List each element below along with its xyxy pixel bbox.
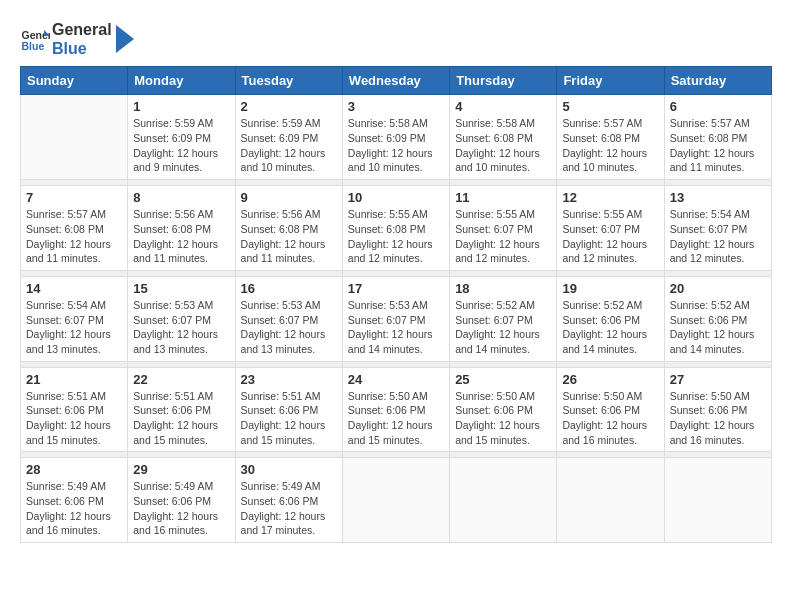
- calendar-cell: 21Sunrise: 5:51 AM Sunset: 6:06 PM Dayli…: [21, 367, 128, 452]
- calendar-cell: 25Sunrise: 5:50 AM Sunset: 6:06 PM Dayli…: [450, 367, 557, 452]
- calendar-week-row: 14Sunrise: 5:54 AM Sunset: 6:07 PM Dayli…: [21, 276, 772, 361]
- day-number: 13: [670, 190, 766, 205]
- day-info: Sunrise: 5:52 AM Sunset: 6:06 PM Dayligh…: [562, 298, 658, 357]
- day-number: 19: [562, 281, 658, 296]
- calendar-cell: 13Sunrise: 5:54 AM Sunset: 6:07 PM Dayli…: [664, 186, 771, 271]
- day-info: Sunrise: 5:55 AM Sunset: 6:08 PM Dayligh…: [348, 207, 444, 266]
- calendar-cell: 5Sunrise: 5:57 AM Sunset: 6:08 PM Daylig…: [557, 95, 664, 180]
- calendar-cell: 18Sunrise: 5:52 AM Sunset: 6:07 PM Dayli…: [450, 276, 557, 361]
- calendar-cell: 27Sunrise: 5:50 AM Sunset: 6:06 PM Dayli…: [664, 367, 771, 452]
- day-number: 12: [562, 190, 658, 205]
- calendar-cell: 3Sunrise: 5:58 AM Sunset: 6:09 PM Daylig…: [342, 95, 449, 180]
- calendar-cell: 8Sunrise: 5:56 AM Sunset: 6:08 PM Daylig…: [128, 186, 235, 271]
- day-info: Sunrise: 5:52 AM Sunset: 6:06 PM Dayligh…: [670, 298, 766, 357]
- calendar-table: SundayMondayTuesdayWednesdayThursdayFrid…: [20, 66, 772, 543]
- day-number: 25: [455, 372, 551, 387]
- day-info: Sunrise: 5:58 AM Sunset: 6:09 PM Dayligh…: [348, 116, 444, 175]
- day-number: 2: [241, 99, 337, 114]
- calendar-cell: 12Sunrise: 5:55 AM Sunset: 6:07 PM Dayli…: [557, 186, 664, 271]
- day-info: Sunrise: 5:57 AM Sunset: 6:08 PM Dayligh…: [670, 116, 766, 175]
- day-number: 29: [133, 462, 229, 477]
- day-info: Sunrise: 5:58 AM Sunset: 6:08 PM Dayligh…: [455, 116, 551, 175]
- day-number: 17: [348, 281, 444, 296]
- calendar-cell: 7Sunrise: 5:57 AM Sunset: 6:08 PM Daylig…: [21, 186, 128, 271]
- svg-text:Blue: Blue: [22, 40, 45, 52]
- calendar-cell: 23Sunrise: 5:51 AM Sunset: 6:06 PM Dayli…: [235, 367, 342, 452]
- day-info: Sunrise: 5:54 AM Sunset: 6:07 PM Dayligh…: [26, 298, 122, 357]
- day-info: Sunrise: 5:51 AM Sunset: 6:06 PM Dayligh…: [133, 389, 229, 448]
- weekday-header-thursday: Thursday: [450, 67, 557, 95]
- calendar-cell: 10Sunrise: 5:55 AM Sunset: 6:08 PM Dayli…: [342, 186, 449, 271]
- day-number: 18: [455, 281, 551, 296]
- day-info: Sunrise: 5:54 AM Sunset: 6:07 PM Dayligh…: [670, 207, 766, 266]
- weekday-header-tuesday: Tuesday: [235, 67, 342, 95]
- calendar-cell: 9Sunrise: 5:56 AM Sunset: 6:08 PM Daylig…: [235, 186, 342, 271]
- weekday-header-friday: Friday: [557, 67, 664, 95]
- day-info: Sunrise: 5:51 AM Sunset: 6:06 PM Dayligh…: [241, 389, 337, 448]
- calendar-cell: 14Sunrise: 5:54 AM Sunset: 6:07 PM Dayli…: [21, 276, 128, 361]
- calendar-cell: 15Sunrise: 5:53 AM Sunset: 6:07 PM Dayli…: [128, 276, 235, 361]
- day-number: 26: [562, 372, 658, 387]
- calendar-cell: 20Sunrise: 5:52 AM Sunset: 6:06 PM Dayli…: [664, 276, 771, 361]
- calendar-cell: [21, 95, 128, 180]
- calendar-cell: 22Sunrise: 5:51 AM Sunset: 6:06 PM Dayli…: [128, 367, 235, 452]
- day-info: Sunrise: 5:59 AM Sunset: 6:09 PM Dayligh…: [133, 116, 229, 175]
- day-number: 14: [26, 281, 122, 296]
- calendar-cell: [664, 458, 771, 543]
- day-info: Sunrise: 5:55 AM Sunset: 6:07 PM Dayligh…: [562, 207, 658, 266]
- day-info: Sunrise: 5:49 AM Sunset: 6:06 PM Dayligh…: [26, 479, 122, 538]
- calendar-cell: 19Sunrise: 5:52 AM Sunset: 6:06 PM Dayli…: [557, 276, 664, 361]
- day-info: Sunrise: 5:56 AM Sunset: 6:08 PM Dayligh…: [133, 207, 229, 266]
- day-number: 1: [133, 99, 229, 114]
- calendar-cell: 29Sunrise: 5:49 AM Sunset: 6:06 PM Dayli…: [128, 458, 235, 543]
- calendar-cell: 28Sunrise: 5:49 AM Sunset: 6:06 PM Dayli…: [21, 458, 128, 543]
- calendar-cell: 1Sunrise: 5:59 AM Sunset: 6:09 PM Daylig…: [128, 95, 235, 180]
- day-info: Sunrise: 5:57 AM Sunset: 6:08 PM Dayligh…: [562, 116, 658, 175]
- weekday-header-sunday: Sunday: [21, 67, 128, 95]
- weekday-header-monday: Monday: [128, 67, 235, 95]
- svg-marker-3: [116, 25, 134, 53]
- day-number: 3: [348, 99, 444, 114]
- day-number: 6: [670, 99, 766, 114]
- logo-text-blue: Blue: [52, 39, 112, 58]
- weekday-header-wednesday: Wednesday: [342, 67, 449, 95]
- day-number: 30: [241, 462, 337, 477]
- calendar-cell: 24Sunrise: 5:50 AM Sunset: 6:06 PM Dayli…: [342, 367, 449, 452]
- day-number: 22: [133, 372, 229, 387]
- day-info: Sunrise: 5:52 AM Sunset: 6:07 PM Dayligh…: [455, 298, 551, 357]
- day-number: 10: [348, 190, 444, 205]
- day-info: Sunrise: 5:50 AM Sunset: 6:06 PM Dayligh…: [455, 389, 551, 448]
- day-info: Sunrise: 5:53 AM Sunset: 6:07 PM Dayligh…: [348, 298, 444, 357]
- logo-text-general: General: [52, 20, 112, 39]
- logo-icon: General Blue: [20, 24, 50, 54]
- day-number: 16: [241, 281, 337, 296]
- calendar-week-row: 28Sunrise: 5:49 AM Sunset: 6:06 PM Dayli…: [21, 458, 772, 543]
- day-info: Sunrise: 5:55 AM Sunset: 6:07 PM Dayligh…: [455, 207, 551, 266]
- day-info: Sunrise: 5:50 AM Sunset: 6:06 PM Dayligh…: [562, 389, 658, 448]
- day-number: 9: [241, 190, 337, 205]
- day-info: Sunrise: 5:51 AM Sunset: 6:06 PM Dayligh…: [26, 389, 122, 448]
- day-number: 20: [670, 281, 766, 296]
- day-info: Sunrise: 5:49 AM Sunset: 6:06 PM Dayligh…: [133, 479, 229, 538]
- calendar-cell: [342, 458, 449, 543]
- day-info: Sunrise: 5:53 AM Sunset: 6:07 PM Dayligh…: [133, 298, 229, 357]
- day-info: Sunrise: 5:59 AM Sunset: 6:09 PM Dayligh…: [241, 116, 337, 175]
- calendar-cell: [450, 458, 557, 543]
- calendar-week-row: 21Sunrise: 5:51 AM Sunset: 6:06 PM Dayli…: [21, 367, 772, 452]
- day-number: 15: [133, 281, 229, 296]
- day-info: Sunrise: 5:56 AM Sunset: 6:08 PM Dayligh…: [241, 207, 337, 266]
- page-header: General Blue General Blue: [20, 20, 772, 58]
- logo-arrow-icon: [116, 25, 134, 53]
- calendar-cell: [557, 458, 664, 543]
- calendar-cell: 17Sunrise: 5:53 AM Sunset: 6:07 PM Dayli…: [342, 276, 449, 361]
- day-number: 11: [455, 190, 551, 205]
- day-number: 4: [455, 99, 551, 114]
- day-number: 21: [26, 372, 122, 387]
- day-number: 24: [348, 372, 444, 387]
- logo: General Blue General Blue: [20, 20, 134, 58]
- day-info: Sunrise: 5:53 AM Sunset: 6:07 PM Dayligh…: [241, 298, 337, 357]
- calendar-cell: 16Sunrise: 5:53 AM Sunset: 6:07 PM Dayli…: [235, 276, 342, 361]
- day-info: Sunrise: 5:50 AM Sunset: 6:06 PM Dayligh…: [670, 389, 766, 448]
- calendar-header-row: SundayMondayTuesdayWednesdayThursdayFrid…: [21, 67, 772, 95]
- calendar-cell: 2Sunrise: 5:59 AM Sunset: 6:09 PM Daylig…: [235, 95, 342, 180]
